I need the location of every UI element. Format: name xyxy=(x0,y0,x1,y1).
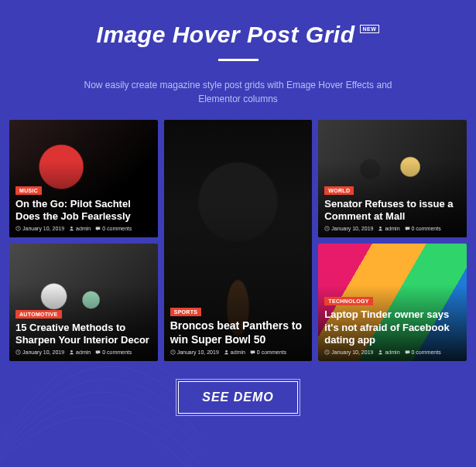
post-comments: 0 comments xyxy=(102,349,132,355)
page-title: Image Hover Post Grid xyxy=(97,22,355,48)
post-date: January 10, 2019 xyxy=(177,349,219,355)
category-badge[interactable]: WORLD xyxy=(324,186,354,195)
post-author: admin xyxy=(385,226,399,231)
post-date: January 10, 2019 xyxy=(22,226,64,231)
clock-icon xyxy=(15,349,21,355)
grid-col-2: SPORTS Broncos beat Panthers to win Supe… xyxy=(164,120,313,361)
grid-col-3: WORLD Senator Refuses to issue a Comment… xyxy=(318,120,467,361)
post-meta: January 10, 2019 admin 0 comments xyxy=(324,226,461,231)
post-meta: January 10, 2019 admin 0 comments xyxy=(324,349,461,355)
post-meta: January 10, 2019 admin 0 comments xyxy=(15,349,152,355)
post-comments: 0 comments xyxy=(102,226,132,231)
post-title[interactable]: Senator Refuses to issue a Comment at Ma… xyxy=(324,198,461,223)
clock-icon xyxy=(170,349,176,355)
post-grid: MUSIC On the Go: Pilot Sachtel Does the … xyxy=(0,106,476,361)
post-card-music[interactable]: MUSIC On the Go: Pilot Sachtel Does the … xyxy=(9,120,158,237)
user-icon xyxy=(224,349,229,355)
post-author: admin xyxy=(76,349,91,355)
post-card-automotive[interactable]: AUTOMOTIVE 15 Creative Methods to Sharpe… xyxy=(9,244,158,361)
comment-icon xyxy=(405,226,410,231)
clock-icon xyxy=(324,349,330,355)
post-title[interactable]: 15 Creative Methods to Sharpen Your Inte… xyxy=(15,322,152,347)
category-badge[interactable]: AUTOMOTIVE xyxy=(15,310,62,319)
svg-point-3 xyxy=(70,350,73,353)
user-icon xyxy=(69,226,74,231)
category-badge[interactable]: SPORTS xyxy=(170,308,202,316)
comment-icon xyxy=(250,349,255,355)
post-comments: 0 comments xyxy=(412,349,441,355)
post-title[interactable]: On the Go: Pilot Sachtel Does the Job Fe… xyxy=(15,198,152,223)
user-icon xyxy=(69,349,74,355)
svg-point-7 xyxy=(380,227,382,229)
new-badge: NEW xyxy=(360,25,380,33)
comment-icon xyxy=(95,349,101,355)
post-card-technology[interactable]: TECHNOLOGY Laptop Tinder owner says it's… xyxy=(318,244,467,361)
post-date: January 10, 2019 xyxy=(22,349,64,355)
post-card-sports[interactable]: SPORTS Broncos beat Panthers to win Supe… xyxy=(164,120,313,361)
page-subtitle: Now easily create magazine style post gr… xyxy=(76,78,401,106)
category-badge[interactable]: MUSIC xyxy=(15,186,42,195)
post-comments: 0 comments xyxy=(412,226,441,231)
clock-icon xyxy=(15,226,21,231)
post-meta: January 10, 2019 admin 0 comments xyxy=(15,226,152,231)
svg-point-9 xyxy=(380,350,382,353)
post-title[interactable]: Laptop Tinder owner says it's not afraid… xyxy=(324,308,461,346)
post-date: January 10, 2019 xyxy=(331,226,373,231)
post-author: admin xyxy=(231,349,245,355)
post-author: admin xyxy=(76,226,91,231)
comment-icon xyxy=(95,226,101,231)
post-date: January 10, 2019 xyxy=(331,349,373,355)
post-comments: 0 comments xyxy=(257,349,286,355)
see-demo-button[interactable]: SEE DEMO xyxy=(178,381,297,414)
category-badge[interactable]: TECHNOLOGY xyxy=(324,297,372,305)
user-icon xyxy=(378,349,383,355)
title-underline xyxy=(218,59,259,61)
post-card-world[interactable]: WORLD Senator Refuses to issue a Comment… xyxy=(318,120,467,237)
comment-icon xyxy=(405,349,410,355)
svg-point-1 xyxy=(70,227,73,229)
post-author: admin xyxy=(385,349,399,355)
post-title[interactable]: Broncos beat Panthers to win Super Bowl … xyxy=(170,319,306,346)
header: Image Hover Post Grid NEW xyxy=(0,0,476,61)
post-meta: January 10, 2019 admin 0 comments xyxy=(170,349,306,355)
svg-point-5 xyxy=(225,350,228,353)
clock-icon xyxy=(324,226,330,231)
user-icon xyxy=(378,226,383,231)
grid-col-1: MUSIC On the Go: Pilot Sachtel Does the … xyxy=(9,120,158,361)
